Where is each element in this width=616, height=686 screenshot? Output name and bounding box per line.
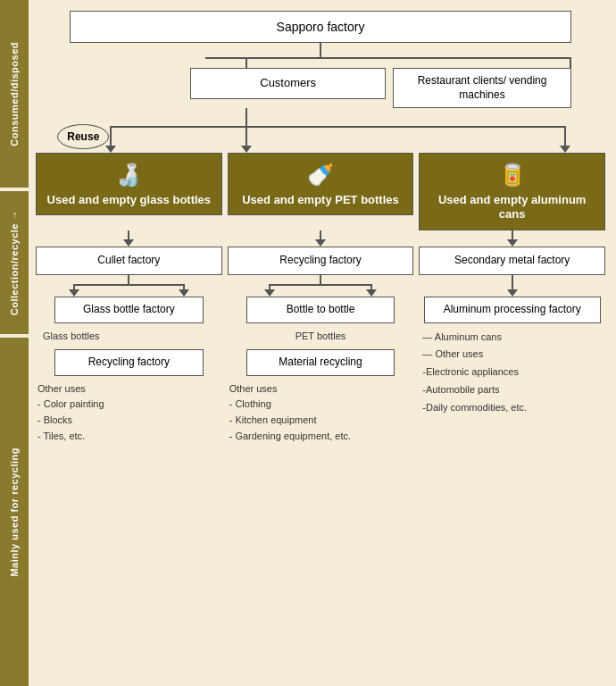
center-bottom-col: Bottle to bottle PET bottles Material re… <box>228 297 414 444</box>
glass-bottles-box: 🍶 Used and empty glass bottles <box>36 153 222 215</box>
glass-bottle-factory-label: Glass bottle factory <box>83 303 175 315</box>
shaft-left <box>128 230 129 239</box>
sapporo-row: Sapporo factory <box>36 11 605 43</box>
glass-bottle-icon: 🍶 <box>42 161 216 188</box>
center-arrow1 <box>264 289 275 297</box>
arrow-center <box>241 146 252 153</box>
collection-label: Collection/recycle → <box>5 203 23 322</box>
aluminum-processing-box: Aluminum processing factory <box>424 297 601 323</box>
left-split-h <box>73 284 185 286</box>
glass-bottles-product-label: Glass bottles <box>36 329 222 345</box>
main-content: Sapporo factory Customers Restaurant <box>29 0 616 686</box>
customers-label: Customers <box>260 76 316 89</box>
center-other-uses: Other uses - Clothing- Kitchen equipment… <box>228 381 414 444</box>
arrow-col-right <box>419 230 605 247</box>
center-arrow2 <box>366 289 377 297</box>
cullet-factory-label: Cullet factory <box>97 254 160 266</box>
material-recycling-box: Material recycling <box>246 349 395 376</box>
other-uses-dash: — <box>422 348 435 359</box>
bottle-to-bottle-box: Bottle to bottle <box>246 297 395 323</box>
left-sidebar: Consumed/disposed Collection/recycle → M… <box>0 0 29 686</box>
glass-bottle-factory-box: Glass bottle factory <box>54 297 204 323</box>
center-split-v <box>320 275 321 284</box>
secondary-metal-label: Secondary metal factory <box>454 254 570 266</box>
recycling-factory-center-box: Recycling factory <box>228 247 414 275</box>
sidebar-recycling: Mainly used for recycling <box>0 338 29 686</box>
left-other-items: - Color painting- Blocks- Tiles, etc. <box>37 398 104 440</box>
aluminum-processing-label: Aluminum processing factory <box>444 303 581 315</box>
aluminum-cans-box: 🥫 Used and empty aluminum cans <box>419 153 605 230</box>
customers-box: Customers <box>190 68 386 99</box>
sapporo-factory-box: Sapporo factory <box>70 11 570 43</box>
left-other-uses-label: Other uses <box>37 383 86 394</box>
dark-boxes-row: 🍶 Used and empty glass bottles 🍼 Used an… <box>36 153 605 230</box>
arrows-row2 <box>36 275 605 297</box>
v-line-to-restaurant <box>570 57 571 68</box>
arrow-col-left <box>36 230 222 247</box>
left-other-uses: Other uses - Color painting- Blocks- Til… <box>36 381 222 444</box>
center-other-uses-label: Other uses <box>229 383 278 394</box>
customers-connector <box>70 108 570 149</box>
arrowhead-left <box>123 239 134 247</box>
left-bottom-col: Glass bottle factory Glass bottles Recyc… <box>36 297 222 444</box>
arrow-col-center <box>228 230 414 247</box>
arrows-row1 <box>36 230 605 247</box>
process-row1: Cullet factory Recycling factory Seconda… <box>36 247 605 275</box>
col-recycling-center: Recycling factory <box>228 247 414 275</box>
right-single <box>419 275 605 297</box>
center-other-items: - Clothing- Kitchen equipment- Gardening… <box>229 398 351 440</box>
aluminum-uses: — Aluminum cans — Other uses -Electronic… <box>419 329 605 417</box>
shaft-right <box>512 230 513 239</box>
col-aluminum: 🥫 Used and empty aluminum cans <box>419 153 605 230</box>
left-split <box>36 275 222 297</box>
restaurant-box: Restaurant clients/ vending machines <box>393 68 570 108</box>
bottle-to-bottle-label: Bottle to bottle <box>287 303 355 315</box>
arrow-right <box>560 146 570 153</box>
right-other-uses-label: Other uses <box>435 348 483 359</box>
left-split-v <box>128 275 129 284</box>
col-pet: 🍼 Used and empty PET bottles <box>228 153 414 230</box>
recycling-factory-left-label: Recycling factory <box>88 356 170 368</box>
recycling-factory-left-box: Recycling factory <box>54 349 204 376</box>
glass-bottles-label: Used and empty glass bottles <box>47 193 212 206</box>
h-line-branch <box>205 57 571 59</box>
center-split <box>228 275 414 297</box>
material-recycling-label: Material recycling <box>279 356 362 368</box>
col-cullet: Cullet factory <box>36 247 222 275</box>
v-line-to-customers <box>246 57 247 68</box>
arrowhead-right <box>507 239 518 247</box>
arrow-shaft-left <box>123 230 134 247</box>
col-glass: 🍶 Used and empty glass bottles <box>36 153 222 230</box>
cullet-factory-box: Cullet factory <box>36 247 222 275</box>
process-row2: Glass bottle factory Glass bottles Recyc… <box>36 297 605 444</box>
aluminum-cans-product: Aluminum cans <box>435 331 502 342</box>
arrow-shaft-right <box>507 230 518 247</box>
aluminum-can-icon: 🥫 <box>425 161 599 188</box>
arrowhead-center <box>315 239 326 247</box>
restaurant-col: Restaurant clients/ vending machines <box>393 68 570 108</box>
right-arrow-shaft <box>507 275 518 297</box>
arrow-left <box>105 146 116 153</box>
branch-from-sapporo <box>70 43 570 68</box>
pet-bottles-box: 🍼 Used and empty PET bottles <box>228 153 414 215</box>
right-bottom-col: Aluminum processing factory — Aluminum c… <box>419 297 605 417</box>
right-other-items: -Electronic appliances-Automobile parts-… <box>422 366 527 413</box>
aluminum-cans-dash: — <box>422 331 434 342</box>
pet-bottle-icon: 🍼 <box>234 161 408 188</box>
right-arrowhead <box>507 289 518 297</box>
hc-main <box>110 126 566 128</box>
aluminum-cans-label: Used and empty aluminum cans <box>438 193 586 222</box>
diagram-wrapper: Consumed/disposed Collection/recycle → M… <box>0 0 616 686</box>
arrow-shaft-center <box>315 230 326 247</box>
col-secondary: Secondary metal factory <box>419 247 605 275</box>
sidebar-consumed: Consumed/disposed <box>0 0 29 188</box>
secondary-metal-box: Secondary metal factory <box>419 247 605 275</box>
consumed-label: Consumed/disposed <box>5 35 23 154</box>
center-split-h <box>269 284 373 286</box>
shaft-center <box>320 230 321 239</box>
left-arrow2 <box>179 289 189 297</box>
right-shaft <box>512 275 513 289</box>
sapporo-factory-label: Sapporo factory <box>277 20 365 34</box>
customers-row: Customers Restaurant clients/ vending ma… <box>70 68 570 108</box>
recycling-label: Mainly used for recycling <box>5 440 23 584</box>
